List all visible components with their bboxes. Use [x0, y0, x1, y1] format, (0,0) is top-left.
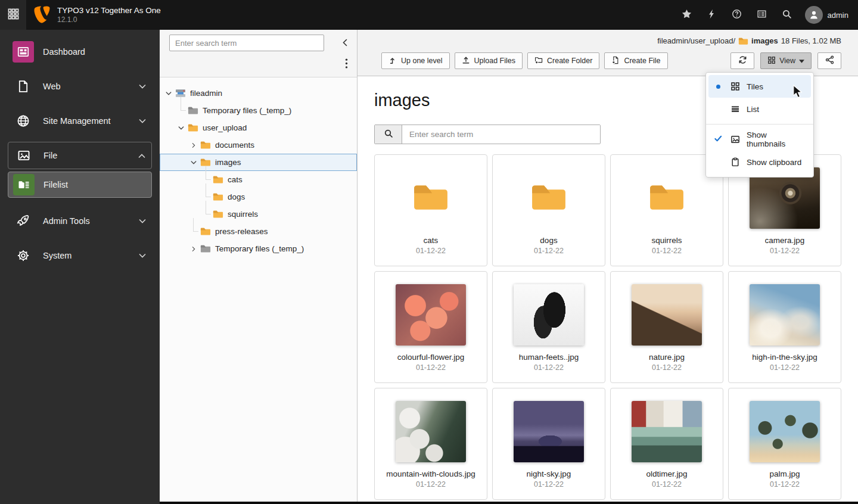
collapse-tree-button[interactable]: [343, 38, 347, 49]
app-title: TYPO3 v12 Together As One: [57, 6, 161, 15]
tree-item-label: dogs: [228, 192, 245, 201]
chevron-down-icon[interactable]: [163, 85, 174, 102]
tile-visual: [733, 399, 836, 464]
file-thumbnail: [632, 284, 702, 346]
tile-date: 01-12-22: [770, 247, 800, 255]
tile-visual: [498, 282, 600, 347]
sidebar-item-label: Web: [43, 82, 61, 91]
chevron-right-icon[interactable]: [188, 240, 199, 257]
sidebar-item-system[interactable]: System: [8, 242, 152, 269]
help-button[interactable]: [726, 4, 748, 26]
view-option-label: Tiles: [747, 82, 763, 91]
chevron-down-icon: [139, 219, 146, 224]
sidebar-item-admin-tools[interactable]: Admin Tools: [8, 207, 152, 235]
sidebar-item-filelist[interactable]: Filelist: [8, 172, 152, 198]
view-mode-button[interactable]: View: [760, 52, 812, 69]
file-tile-high-in-the-sky-jpg[interactable]: high-in-the-sky.jpg01-12-22: [728, 271, 841, 383]
tree-item-squirrels[interactable]: squirrels: [160, 206, 357, 223]
create-file-button[interactable]: Create File: [604, 52, 667, 69]
tree-item-temporary-files-temp-[interactable]: Temporary files (_temp_): [160, 240, 357, 257]
filelist-search-input[interactable]: [402, 125, 600, 144]
tile-date: 01-12-22: [534, 480, 564, 489]
app-launcher-button[interactable]: [0, 0, 26, 30]
clipboard-icon: [729, 157, 741, 167]
tree-search-input[interactable]: [169, 35, 324, 51]
filelist-search: [374, 125, 601, 144]
dashboard-glyph-icon: [13, 41, 34, 63]
tree-item-fileadmin[interactable]: fileadmin: [160, 85, 357, 102]
share-button[interactable]: [817, 52, 841, 69]
view-option-label: Show clipboard: [747, 158, 801, 167]
upload-icon: [462, 56, 470, 66]
create-folder-button[interactable]: Create Folder: [527, 52, 599, 69]
share-icon: [825, 55, 834, 67]
folder-icon: [212, 192, 225, 201]
sidebar-item-label: File: [43, 151, 57, 160]
folder-gray-icon: [199, 244, 212, 253]
file-tile-oldtimer-jpg[interactable]: oldtimer.jpg01-12-22: [610, 388, 723, 500]
tile-date: 01-12-22: [652, 480, 682, 489]
tree-item-user-upload[interactable]: user_upload: [160, 119, 357, 136]
tile-date: 01-12-22: [416, 247, 446, 255]
folder-tile-cats[interactable]: cats01-12-22: [374, 154, 487, 266]
star-icon: [682, 9, 692, 21]
module-menu: DashboardWebSite ManagementFileFilelistA…: [0, 30, 160, 504]
file-tile-human-feets-jpg[interactable]: human-feets..jpg01-12-22: [492, 271, 605, 383]
chevron-up-icon: [138, 153, 145, 158]
sidebar-item-file[interactable]: File: [8, 142, 152, 169]
up-one-level-button[interactable]: Up one level: [381, 52, 450, 69]
view-option-list[interactable]: List: [706, 98, 813, 120]
view-option-show-clipboard[interactable]: Show clipboard: [706, 151, 813, 173]
grid-icon: [767, 56, 776, 66]
bookmarks-button[interactable]: [676, 4, 698, 26]
tree-menu-button[interactable]: [345, 58, 348, 71]
bottom-edge: [160, 502, 858, 504]
folder-icon: [738, 37, 748, 45]
tile-visual: [498, 399, 600, 464]
topbar-toolbar: admin: [676, 4, 858, 26]
page-icon: [13, 76, 34, 97]
topbar: TYPO3 v12 Together As One 12.1.0 admin: [0, 0, 858, 30]
tree-item-images[interactable]: images: [160, 154, 357, 171]
sidebar-item-label: Admin Tools: [43, 216, 90, 226]
user-menu-button[interactable]: admin: [805, 6, 848, 24]
systeminfo-button[interactable]: [751, 4, 773, 26]
chevron-right-icon[interactable]: [188, 136, 199, 154]
tree-item-dogs[interactable]: dogs: [160, 188, 357, 206]
upload-files-button[interactable]: Upload Files: [455, 52, 523, 69]
file-tile-night-sky-jpg[interactable]: night-sky.jpg01-12-22: [492, 388, 605, 500]
tile-name: mountain-with-clouds.jpg: [386, 469, 475, 479]
file-tile-nature-jpg[interactable]: nature.jpg01-12-22: [610, 271, 723, 383]
view-option-tiles[interactable]: Tiles: [708, 75, 811, 98]
file-tree-panel: fileadminTemporary files (_temp_)user_up…: [160, 30, 358, 504]
tree-item-label: Temporary files (_temp_): [215, 244, 304, 253]
tree-item-cats[interactable]: cats: [160, 171, 357, 188]
chevron-down-icon[interactable]: [188, 154, 199, 170]
folder-icon: [199, 141, 212, 150]
globe-icon: [13, 110, 34, 132]
brand[interactable]: TYPO3 v12 Together As One 12.1.0: [34, 5, 161, 24]
folder-tile-dogs[interactable]: dogs01-12-22: [492, 154, 605, 266]
file-thumbnail: [514, 401, 584, 462]
folder-icon: [212, 210, 225, 219]
file-tile-colourful-flower-jpg[interactable]: colourful-flower.jpg01-12-22: [374, 271, 487, 383]
sidebar-item-dashboard[interactable]: Dashboard: [8, 38, 152, 66]
file-tile-palm-jpg[interactable]: palm.jpg01-12-22: [728, 388, 841, 500]
breadcrumb-path[interactable]: fileadmin/user_upload/: [657, 36, 735, 45]
tree-connector: [188, 223, 199, 240]
tree-item-temporary-files-temp-[interactable]: Temporary files (_temp_): [160, 102, 357, 119]
tree-item-press-releases[interactable]: press-releases: [160, 223, 357, 240]
view-option-label: List: [747, 105, 759, 114]
tree-item-documents[interactable]: documents: [160, 136, 357, 154]
file-tile-mountain-with-clouds-jpg[interactable]: mountain-with-clouds.jpg01-12-22: [374, 388, 487, 500]
refresh-button[interactable]: [730, 52, 754, 69]
view-option-show-thumbnails[interactable]: Show thumbnails: [706, 128, 813, 151]
clear-cache-button[interactable]: [701, 4, 723, 26]
sidebar-item-web[interactable]: Web: [8, 73, 152, 100]
chevron-down-icon[interactable]: [176, 119, 186, 136]
tile-name: colourful-flower.jpg: [397, 352, 465, 362]
search-button[interactable]: [776, 4, 798, 26]
sidebar-item-site-management[interactable]: Site Management: [8, 107, 152, 135]
sidebar-item-label: Site Management: [43, 116, 111, 126]
tile-name: oldtimer.jpg: [646, 469, 687, 479]
